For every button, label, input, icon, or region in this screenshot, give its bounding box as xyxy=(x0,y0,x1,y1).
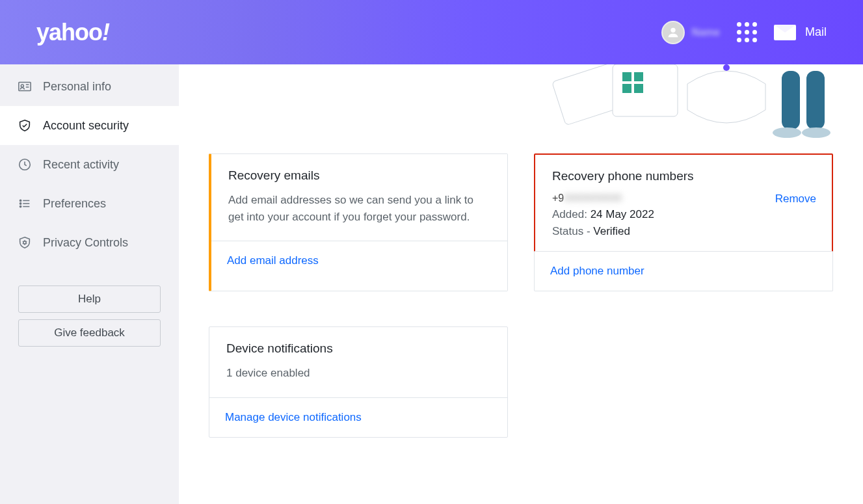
svg-rect-17 xyxy=(622,84,631,93)
sidebar: Personal info Account security Recent ac… xyxy=(0,64,179,504)
svg-point-12 xyxy=(23,241,26,244)
apps-launcher-icon[interactable] xyxy=(737,22,757,42)
user-name: Name xyxy=(691,27,720,38)
status-line: Status - Verified xyxy=(552,225,654,238)
svg-rect-13 xyxy=(552,64,628,126)
logo-text: yahoo xyxy=(36,19,102,46)
svg-point-8 xyxy=(20,206,21,207)
remove-phone-link[interactable]: Remove xyxy=(775,192,816,206)
sidebar-item-recent-activity[interactable]: Recent activity xyxy=(0,145,179,184)
sidebar-item-account-security[interactable]: Account security xyxy=(0,106,179,145)
add-phone-link[interactable]: Add phone number xyxy=(550,265,644,277)
sidebar-item-privacy-controls[interactable]: Privacy Controls xyxy=(0,223,179,262)
svg-rect-18 xyxy=(634,84,643,93)
svg-rect-21 xyxy=(806,71,825,129)
recovery-phones-card: Recovery phone numbers +90000000000 Adde… xyxy=(534,153,833,252)
mail-link[interactable]: Mail xyxy=(774,25,827,40)
clock-icon xyxy=(17,157,33,172)
sidebar-item-preferences[interactable]: Preferences xyxy=(0,184,179,223)
id-card-icon xyxy=(17,79,33,94)
feedback-button[interactable]: Give feedback xyxy=(18,319,161,347)
svg-rect-15 xyxy=(622,72,631,81)
sidebar-item-label: Recent activity xyxy=(43,158,119,172)
recovery-emails-card: Recovery emails Add email addresses so w… xyxy=(209,153,508,291)
svg-rect-14 xyxy=(613,64,678,116)
list-icon xyxy=(17,196,33,211)
help-button[interactable]: Help xyxy=(18,285,161,313)
mail-label: Mail xyxy=(805,25,827,39)
account-menu[interactable]: Name xyxy=(661,21,720,44)
phone-number: +90000000000 xyxy=(552,192,622,204)
svg-point-19 xyxy=(723,64,730,71)
card-title: Recovery emails xyxy=(228,168,492,183)
sidebar-item-personal-info[interactable]: Personal info xyxy=(0,67,179,106)
svg-point-23 xyxy=(802,127,830,138)
card-description: Add email addresses so we can send you a… xyxy=(228,192,492,225)
svg-point-2 xyxy=(21,85,23,87)
gear-shield-icon xyxy=(17,235,33,250)
header: yahoo! Name Mail xyxy=(0,0,863,64)
shield-icon xyxy=(17,118,33,133)
logo-bang: ! xyxy=(102,19,109,46)
svg-point-7 xyxy=(20,203,21,204)
svg-point-22 xyxy=(773,127,801,138)
svg-rect-16 xyxy=(634,72,643,81)
svg-rect-20 xyxy=(782,71,800,129)
added-line: Added: 24 May 2022 xyxy=(552,208,654,221)
yahoo-logo[interactable]: yahoo! xyxy=(36,19,109,46)
avatar-icon xyxy=(661,21,685,44)
sidebar-item-label: Account security xyxy=(43,119,129,133)
card-title: Device notifications xyxy=(226,341,492,356)
add-email-link[interactable]: Add email address xyxy=(227,254,319,267)
device-notifications-card: Device notifications 1 device enabled Ma… xyxy=(209,326,508,438)
svg-point-6 xyxy=(20,200,21,201)
sidebar-item-label: Privacy Controls xyxy=(43,236,128,250)
card-title: Recovery phone numbers xyxy=(552,169,816,183)
recovery-phones-action: Add phone number xyxy=(534,251,833,291)
manage-notifications-link[interactable]: Manage device notifications xyxy=(225,411,362,423)
mail-icon xyxy=(774,25,796,40)
card-description: 1 device enabled xyxy=(226,365,492,382)
svg-point-0 xyxy=(671,27,676,32)
sidebar-item-label: Personal info xyxy=(43,80,111,94)
sidebar-item-label: Preferences xyxy=(43,197,106,211)
